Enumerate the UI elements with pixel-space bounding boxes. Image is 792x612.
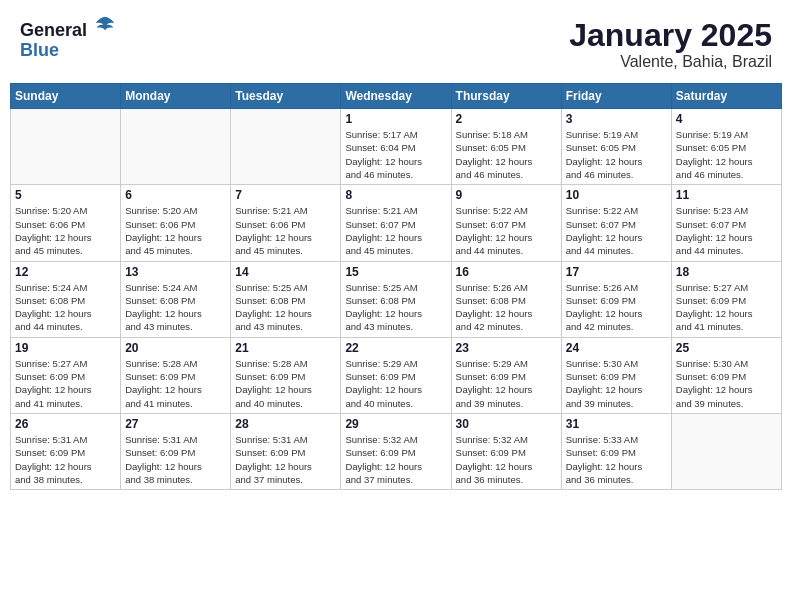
table-row: 3Sunrise: 5:19 AMSunset: 6:05 PMDaylight…	[561, 109, 671, 185]
header-tuesday: Tuesday	[231, 84, 341, 109]
page-header: General Blue January 2025 Valente, Bahia…	[10, 10, 782, 75]
table-row: 22Sunrise: 5:29 AMSunset: 6:09 PMDayligh…	[341, 337, 451, 413]
table-row: 4Sunrise: 5:19 AMSunset: 6:05 PMDaylight…	[671, 109, 781, 185]
day-info: Sunrise: 5:31 AMSunset: 6:09 PMDaylight:…	[125, 433, 226, 486]
table-row: 7Sunrise: 5:21 AMSunset: 6:06 PMDaylight…	[231, 185, 341, 261]
day-number: 16	[456, 265, 557, 279]
header-thursday: Thursday	[451, 84, 561, 109]
day-info: Sunrise: 5:23 AMSunset: 6:07 PMDaylight:…	[676, 204, 777, 257]
day-info: Sunrise: 5:32 AMSunset: 6:09 PMDaylight:…	[345, 433, 446, 486]
day-number: 18	[676, 265, 777, 279]
day-info: Sunrise: 5:24 AMSunset: 6:08 PMDaylight:…	[15, 281, 116, 334]
table-row: 20Sunrise: 5:28 AMSunset: 6:09 PMDayligh…	[121, 337, 231, 413]
day-number: 8	[345, 188, 446, 202]
month-year-title: January 2025	[569, 18, 772, 53]
day-number: 13	[125, 265, 226, 279]
table-row: 26Sunrise: 5:31 AMSunset: 6:09 PMDayligh…	[11, 413, 121, 489]
table-row	[671, 413, 781, 489]
calendar-week-row: 1Sunrise: 5:17 AMSunset: 6:04 PMDaylight…	[11, 109, 782, 185]
table-row: 6Sunrise: 5:20 AMSunset: 6:06 PMDaylight…	[121, 185, 231, 261]
header-friday: Friday	[561, 84, 671, 109]
day-number: 26	[15, 417, 116, 431]
calendar-week-row: 26Sunrise: 5:31 AMSunset: 6:09 PMDayligh…	[11, 413, 782, 489]
day-info: Sunrise: 5:29 AMSunset: 6:09 PMDaylight:…	[456, 357, 557, 410]
table-row: 12Sunrise: 5:24 AMSunset: 6:08 PMDayligh…	[11, 261, 121, 337]
table-row: 8Sunrise: 5:21 AMSunset: 6:07 PMDaylight…	[341, 185, 451, 261]
logo-blue-text: Blue	[20, 41, 116, 61]
day-info: Sunrise: 5:27 AMSunset: 6:09 PMDaylight:…	[676, 281, 777, 334]
day-info: Sunrise: 5:26 AMSunset: 6:09 PMDaylight:…	[566, 281, 667, 334]
day-info: Sunrise: 5:28 AMSunset: 6:09 PMDaylight:…	[235, 357, 336, 410]
table-row: 1Sunrise: 5:17 AMSunset: 6:04 PMDaylight…	[341, 109, 451, 185]
day-number: 7	[235, 188, 336, 202]
calendar-week-row: 5Sunrise: 5:20 AMSunset: 6:06 PMDaylight…	[11, 185, 782, 261]
location-subtitle: Valente, Bahia, Brazil	[569, 53, 772, 71]
day-number: 14	[235, 265, 336, 279]
table-row: 31Sunrise: 5:33 AMSunset: 6:09 PMDayligh…	[561, 413, 671, 489]
header-wednesday: Wednesday	[341, 84, 451, 109]
day-number: 11	[676, 188, 777, 202]
day-number: 28	[235, 417, 336, 431]
day-number: 19	[15, 341, 116, 355]
day-info: Sunrise: 5:20 AMSunset: 6:06 PMDaylight:…	[125, 204, 226, 257]
header-saturday: Saturday	[671, 84, 781, 109]
table-row: 11Sunrise: 5:23 AMSunset: 6:07 PMDayligh…	[671, 185, 781, 261]
day-info: Sunrise: 5:17 AMSunset: 6:04 PMDaylight:…	[345, 128, 446, 181]
table-row: 17Sunrise: 5:26 AMSunset: 6:09 PMDayligh…	[561, 261, 671, 337]
day-info: Sunrise: 5:21 AMSunset: 6:06 PMDaylight:…	[235, 204, 336, 257]
day-info: Sunrise: 5:31 AMSunset: 6:09 PMDaylight:…	[15, 433, 116, 486]
day-number: 1	[345, 112, 446, 126]
day-info: Sunrise: 5:20 AMSunset: 6:06 PMDaylight:…	[15, 204, 116, 257]
table-row: 30Sunrise: 5:32 AMSunset: 6:09 PMDayligh…	[451, 413, 561, 489]
day-number: 30	[456, 417, 557, 431]
table-row: 15Sunrise: 5:25 AMSunset: 6:08 PMDayligh…	[341, 261, 451, 337]
calendar-table: Sunday Monday Tuesday Wednesday Thursday…	[10, 83, 782, 490]
table-row	[121, 109, 231, 185]
table-row: 10Sunrise: 5:22 AMSunset: 6:07 PMDayligh…	[561, 185, 671, 261]
logo-general-text: General	[20, 20, 87, 40]
day-info: Sunrise: 5:25 AMSunset: 6:08 PMDaylight:…	[345, 281, 446, 334]
table-row: 29Sunrise: 5:32 AMSunset: 6:09 PMDayligh…	[341, 413, 451, 489]
calendar-week-row: 12Sunrise: 5:24 AMSunset: 6:08 PMDayligh…	[11, 261, 782, 337]
day-number: 20	[125, 341, 226, 355]
table-row: 27Sunrise: 5:31 AMSunset: 6:09 PMDayligh…	[121, 413, 231, 489]
day-number: 2	[456, 112, 557, 126]
day-info: Sunrise: 5:27 AMSunset: 6:09 PMDaylight:…	[15, 357, 116, 410]
title-block: January 2025 Valente, Bahia, Brazil	[569, 18, 772, 71]
table-row	[231, 109, 341, 185]
day-number: 23	[456, 341, 557, 355]
table-row: 25Sunrise: 5:30 AMSunset: 6:09 PMDayligh…	[671, 337, 781, 413]
day-info: Sunrise: 5:33 AMSunset: 6:09 PMDaylight:…	[566, 433, 667, 486]
table-row: 16Sunrise: 5:26 AMSunset: 6:08 PMDayligh…	[451, 261, 561, 337]
table-row: 21Sunrise: 5:28 AMSunset: 6:09 PMDayligh…	[231, 337, 341, 413]
calendar-header-row: Sunday Monday Tuesday Wednesday Thursday…	[11, 84, 782, 109]
day-info: Sunrise: 5:24 AMSunset: 6:08 PMDaylight:…	[125, 281, 226, 334]
day-info: Sunrise: 5:29 AMSunset: 6:09 PMDaylight:…	[345, 357, 446, 410]
calendar-week-row: 19Sunrise: 5:27 AMSunset: 6:09 PMDayligh…	[11, 337, 782, 413]
day-info: Sunrise: 5:31 AMSunset: 6:09 PMDaylight:…	[235, 433, 336, 486]
day-number: 29	[345, 417, 446, 431]
day-info: Sunrise: 5:22 AMSunset: 6:07 PMDaylight:…	[456, 204, 557, 257]
day-info: Sunrise: 5:18 AMSunset: 6:05 PMDaylight:…	[456, 128, 557, 181]
day-info: Sunrise: 5:32 AMSunset: 6:09 PMDaylight:…	[456, 433, 557, 486]
day-number: 5	[15, 188, 116, 202]
table-row: 28Sunrise: 5:31 AMSunset: 6:09 PMDayligh…	[231, 413, 341, 489]
day-number: 6	[125, 188, 226, 202]
table-row: 24Sunrise: 5:30 AMSunset: 6:09 PMDayligh…	[561, 337, 671, 413]
day-number: 15	[345, 265, 446, 279]
table-row: 2Sunrise: 5:18 AMSunset: 6:05 PMDaylight…	[451, 109, 561, 185]
day-number: 10	[566, 188, 667, 202]
day-info: Sunrise: 5:19 AMSunset: 6:05 PMDaylight:…	[566, 128, 667, 181]
day-number: 12	[15, 265, 116, 279]
day-number: 21	[235, 341, 336, 355]
table-row: 23Sunrise: 5:29 AMSunset: 6:09 PMDayligh…	[451, 337, 561, 413]
day-info: Sunrise: 5:26 AMSunset: 6:08 PMDaylight:…	[456, 281, 557, 334]
day-number: 4	[676, 112, 777, 126]
table-row: 14Sunrise: 5:25 AMSunset: 6:08 PMDayligh…	[231, 261, 341, 337]
day-number: 3	[566, 112, 667, 126]
header-sunday: Sunday	[11, 84, 121, 109]
table-row: 18Sunrise: 5:27 AMSunset: 6:09 PMDayligh…	[671, 261, 781, 337]
table-row: 19Sunrise: 5:27 AMSunset: 6:09 PMDayligh…	[11, 337, 121, 413]
day-number: 9	[456, 188, 557, 202]
day-info: Sunrise: 5:21 AMSunset: 6:07 PMDaylight:…	[345, 204, 446, 257]
